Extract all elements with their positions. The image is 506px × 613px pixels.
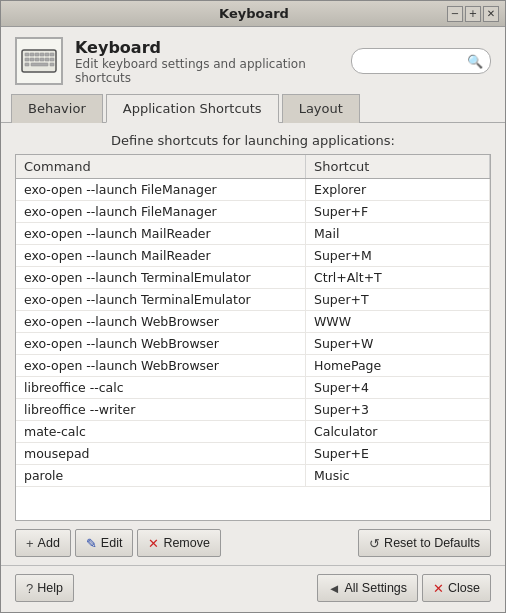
app-title: Keyboard bbox=[75, 38, 339, 57]
cell-shortcut: Mail bbox=[306, 223, 490, 244]
cell-shortcut: Ctrl+Alt+T bbox=[306, 267, 490, 288]
cell-command: exo-open --launch MailReader bbox=[16, 245, 306, 266]
table-row[interactable]: exo-open --launch TerminalEmulator Super… bbox=[16, 289, 490, 311]
cell-command: libreoffice --calc bbox=[16, 377, 306, 398]
cell-shortcut: Calculator bbox=[306, 421, 490, 442]
help-icon: ? bbox=[26, 581, 33, 596]
cell-shortcut: Super+M bbox=[306, 245, 490, 266]
all-settings-button[interactable]: ◄ All Settings bbox=[317, 574, 418, 602]
action-buttons: + Add ✎ Edit ✕ Remove ↺ Reset to Default… bbox=[1, 521, 505, 565]
table-row[interactable]: libreoffice --calc Super+4 bbox=[16, 377, 490, 399]
cell-command: exo-open --launch WebBrowser bbox=[16, 333, 306, 354]
keyboard-window: Keyboard − + ✕ bbox=[0, 0, 506, 613]
cell-shortcut: Music bbox=[306, 465, 490, 486]
svg-rect-1 bbox=[25, 53, 29, 56]
footer: ? Help ◄ All Settings ✕ Close bbox=[1, 565, 505, 612]
minimize-button[interactable]: − bbox=[447, 6, 463, 22]
table-row[interactable]: parole Music bbox=[16, 465, 490, 487]
cell-shortcut: Super+E bbox=[306, 443, 490, 464]
cell-shortcut: Super+W bbox=[306, 333, 490, 354]
tab-behavior[interactable]: Behavior bbox=[11, 94, 103, 123]
svg-rect-10 bbox=[40, 58, 44, 61]
table-row[interactable]: mousepad Super+E bbox=[16, 443, 490, 465]
table-header: Command Shortcut bbox=[16, 155, 490, 179]
cell-command: mate-calc bbox=[16, 421, 306, 442]
svg-rect-6 bbox=[50, 53, 54, 56]
svg-rect-14 bbox=[31, 63, 48, 66]
table-body[interactable]: exo-open --launch FileManager Explorer e… bbox=[16, 179, 490, 520]
add-button[interactable]: + Add bbox=[15, 529, 71, 557]
add-icon: + bbox=[26, 536, 34, 551]
svg-rect-4 bbox=[40, 53, 44, 56]
reset-icon: ↺ bbox=[369, 536, 380, 551]
titlebar: Keyboard − + ✕ bbox=[1, 1, 505, 27]
table-row[interactable]: exo-open --launch WebBrowser WWW bbox=[16, 311, 490, 333]
table-row[interactable]: exo-open --launch FileManager Super+F bbox=[16, 201, 490, 223]
header-area: Keyboard Edit keyboard settings and appl… bbox=[1, 27, 505, 93]
cell-shortcut: Explorer bbox=[306, 179, 490, 200]
svg-rect-9 bbox=[35, 58, 39, 61]
table-row[interactable]: exo-open --launch WebBrowser Super+W bbox=[16, 333, 490, 355]
svg-rect-5 bbox=[45, 53, 49, 56]
remove-icon: ✕ bbox=[148, 536, 159, 551]
footer-right: ◄ All Settings ✕ Close bbox=[317, 574, 491, 602]
close-button[interactable]: ✕ bbox=[483, 6, 499, 22]
cell-shortcut: Super+4 bbox=[306, 377, 490, 398]
svg-rect-13 bbox=[25, 63, 29, 66]
svg-rect-2 bbox=[30, 53, 34, 56]
column-header-command: Command bbox=[16, 155, 306, 178]
maximize-button[interactable]: + bbox=[465, 6, 481, 22]
table-row[interactable]: exo-open --launch WebBrowser HomePage bbox=[16, 355, 490, 377]
edit-icon: ✎ bbox=[86, 536, 97, 551]
cell-command: exo-open --launch WebBrowser bbox=[16, 311, 306, 332]
edit-button[interactable]: ✎ Edit bbox=[75, 529, 134, 557]
app-subtitle: Edit keyboard settings and application s… bbox=[75, 57, 339, 85]
cell-shortcut: Super+T bbox=[306, 289, 490, 310]
cell-command: parole bbox=[16, 465, 306, 486]
cell-command: exo-open --launch TerminalEmulator bbox=[16, 267, 306, 288]
header-text: Keyboard Edit keyboard settings and appl… bbox=[75, 38, 339, 85]
cell-shortcut: WWW bbox=[306, 311, 490, 332]
tab-application-shortcuts[interactable]: Application Shortcuts bbox=[106, 94, 279, 123]
tab-description: Define shortcuts for launching applicati… bbox=[1, 123, 505, 154]
table-row[interactable]: exo-open --launch TerminalEmulator Ctrl+… bbox=[16, 267, 490, 289]
svg-rect-8 bbox=[30, 58, 34, 61]
tab-layout[interactable]: Layout bbox=[282, 94, 360, 123]
keyboard-icon bbox=[15, 37, 63, 85]
table-row[interactable]: libreoffice --writer Super+3 bbox=[16, 399, 490, 421]
titlebar-controls: − + ✕ bbox=[447, 6, 499, 22]
search-icon: 🔍 bbox=[467, 54, 483, 69]
help-button[interactable]: ? Help bbox=[15, 574, 74, 602]
table-row[interactable]: exo-open --launch FileManager Explorer bbox=[16, 179, 490, 201]
reset-defaults-button[interactable]: ↺ Reset to Defaults bbox=[358, 529, 491, 557]
left-buttons: + Add ✎ Edit ✕ Remove bbox=[15, 529, 221, 557]
cell-command: exo-open --launch TerminalEmulator bbox=[16, 289, 306, 310]
close-window-button[interactable]: ✕ Close bbox=[422, 574, 491, 602]
cell-command: exo-open --launch WebBrowser bbox=[16, 355, 306, 376]
cell-shortcut: Super+F bbox=[306, 201, 490, 222]
footer-left: ? Help bbox=[15, 574, 74, 602]
column-header-shortcut: Shortcut bbox=[306, 155, 490, 178]
search-wrapper: 🔍 bbox=[351, 48, 491, 74]
table-row[interactable]: exo-open --launch MailReader Super+M bbox=[16, 245, 490, 267]
cell-shortcut: Super+3 bbox=[306, 399, 490, 420]
shortcuts-table: Command Shortcut exo-open --launch FileM… bbox=[15, 154, 491, 521]
svg-rect-15 bbox=[50, 63, 54, 66]
window-title: Keyboard bbox=[61, 6, 447, 21]
cell-command: libreoffice --writer bbox=[16, 399, 306, 420]
cell-command: exo-open --launch FileManager bbox=[16, 201, 306, 222]
cell-command: mousepad bbox=[16, 443, 306, 464]
remove-button[interactable]: ✕ Remove bbox=[137, 529, 221, 557]
svg-rect-11 bbox=[45, 58, 49, 61]
table-row[interactable]: exo-open --launch MailReader Mail bbox=[16, 223, 490, 245]
svg-rect-12 bbox=[50, 58, 54, 61]
close-icon: ✕ bbox=[433, 581, 444, 596]
svg-rect-3 bbox=[35, 53, 39, 56]
table-row[interactable]: mate-calc Calculator bbox=[16, 421, 490, 443]
tabs-area: Behavior Application Shortcuts Layout bbox=[1, 93, 505, 123]
svg-rect-7 bbox=[25, 58, 29, 61]
arrow-left-icon: ◄ bbox=[328, 581, 341, 596]
cell-command: exo-open --launch FileManager bbox=[16, 179, 306, 200]
cell-command: exo-open --launch MailReader bbox=[16, 223, 306, 244]
cell-shortcut: HomePage bbox=[306, 355, 490, 376]
